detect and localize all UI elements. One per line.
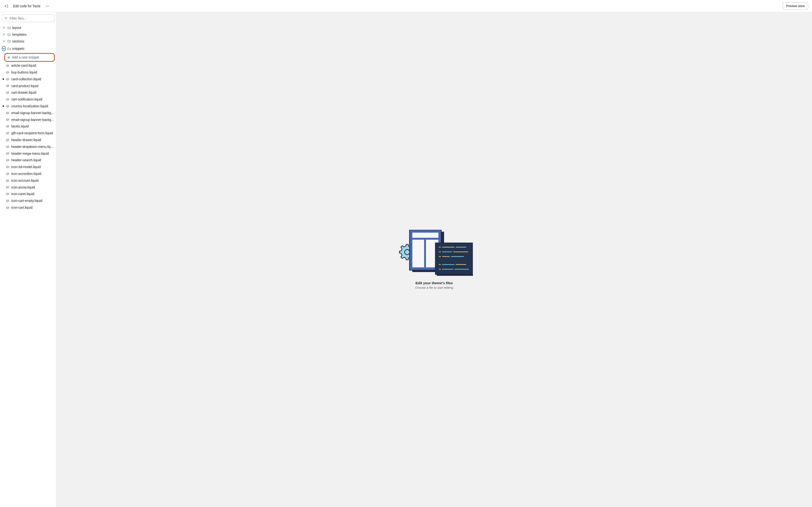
- file-label: icon-arrow.liquid: [11, 185, 35, 189]
- file-label: icon-caret.liquid: [11, 192, 34, 196]
- file-tree: layouttemplatessectionssnippetsAdd a new…: [0, 24, 56, 212]
- folder-label: sections: [12, 40, 24, 44]
- add-snippet-highlight: Add a new snippet: [4, 53, 55, 62]
- folder-icon: [7, 47, 11, 50]
- code-icon: [6, 131, 9, 135]
- svg-line-13: [7, 98, 8, 101]
- file-item[interactable]: header-dropdown-menu.liquid: [0, 144, 56, 150]
- file-item[interactable]: card-product.liquid: [0, 82, 56, 90]
- file-item[interactable]: gift-card-recipient-form.liquid: [0, 130, 56, 136]
- svg-line-15: [7, 112, 8, 114]
- code-icon: [6, 185, 9, 189]
- svg-line-26: [7, 186, 8, 188]
- file-item[interactable]: email-signup-banner-background.liq...: [0, 116, 56, 123]
- svg-point-1: [47, 6, 48, 6]
- header-bar: Edit code for Taste Preview store: [0, 0, 812, 12]
- svg-line-28: [7, 200, 8, 202]
- more-actions-button[interactable]: [45, 3, 50, 9]
- file-item[interactable]: country-localization.liquid: [0, 103, 56, 110]
- file-item[interactable]: email-signup-banner-background-m...: [0, 110, 56, 116]
- svg-rect-34: [412, 240, 424, 267]
- svg-line-18: [7, 132, 8, 134]
- file-label: header-mega-menu.liquid: [11, 152, 49, 156]
- code-icon: [6, 111, 9, 115]
- file-label: icon-account.liquid: [11, 179, 39, 183]
- file-item[interactable]: icon-accordion.liquid: [0, 170, 56, 177]
- code-icon: [6, 138, 9, 142]
- folder-icon: [7, 26, 11, 30]
- empty-state-subtitle: Choose a file to start editing: [415, 286, 453, 289]
- svg-point-30: [405, 249, 410, 255]
- chevron-right-icon[interactable]: [2, 26, 6, 30]
- chevron-down-icon[interactable]: [2, 46, 6, 51]
- modified-dot-icon: [3, 78, 4, 80]
- file-item[interactable]: buy-buttons.liquid: [0, 69, 56, 76]
- code-icon: [6, 125, 9, 128]
- add-new-snippet-button[interactable]: Add a new snippet: [5, 54, 54, 61]
- file-item[interactable]: facets.liquid: [0, 123, 56, 130]
- file-label: header-dropdown-menu.liquid: [11, 145, 55, 149]
- file-label: cart-notification.liquid: [11, 97, 42, 101]
- empty-state-illustration: [395, 230, 473, 277]
- file-item[interactable]: icon-caret.liquid: [0, 190, 56, 198]
- svg-line-12: [7, 92, 8, 94]
- editor-content: Edit your theme's files Choose a file to…: [56, 12, 812, 507]
- file-label: header-drawer.liquid: [11, 138, 41, 142]
- svg-point-0: [46, 6, 47, 6]
- file-item[interactable]: cart-drawer.liquid: [0, 89, 56, 96]
- svg-line-24: [7, 173, 8, 175]
- file-item[interactable]: header-mega-menu.liquid: [0, 150, 56, 157]
- empty-state-title: Edit your theme's files: [415, 281, 453, 285]
- filter-icon: [4, 16, 8, 20]
- code-icon: [6, 70, 9, 74]
- file-item[interactable]: cart-notification.liquid: [0, 96, 56, 103]
- code-icon: [6, 98, 9, 101]
- exit-icon: [4, 4, 8, 8]
- code-icon: [6, 192, 9, 196]
- file-label: header-search.liquid: [11, 158, 41, 162]
- file-label: icon-cart.liquid: [11, 206, 33, 210]
- file-label: email-signup-banner-background.liq...: [11, 118, 55, 122]
- preview-store-button[interactable]: Preview store: [782, 2, 808, 10]
- file-label: facets.liquid: [11, 124, 29, 128]
- code-icon: [6, 145, 9, 149]
- svg-line-20: [7, 146, 8, 148]
- add-snippet-label: Add a new snippet: [12, 55, 39, 59]
- file-item[interactable]: icon-cart.liquid: [0, 204, 56, 211]
- file-item[interactable]: icon-3d-model.liquid: [0, 164, 56, 170]
- code-icon: [6, 104, 9, 108]
- folder-label: templates: [12, 33, 27, 37]
- file-item[interactable]: card-collection.liquid: [0, 76, 56, 82]
- main-area: layouttemplatessectionssnippetsAdd a new…: [0, 12, 812, 507]
- file-item[interactable]: header-drawer.liquid: [0, 136, 56, 144]
- file-label: icon-accordion.liquid: [11, 172, 41, 176]
- folder-templates[interactable]: templates: [0, 31, 56, 38]
- svg-line-16: [7, 119, 8, 121]
- svg-line-22: [7, 159, 8, 161]
- file-label: article-card.liquid: [11, 64, 36, 68]
- header-left: Edit code for Taste: [4, 3, 50, 9]
- code-icon: [6, 118, 9, 122]
- folder-layout[interactable]: layout: [0, 24, 56, 31]
- folder-icon: [7, 33, 11, 36]
- svg-rect-38: [436, 243, 472, 274]
- filter-wrap: [0, 12, 56, 24]
- exit-button[interactable]: [4, 3, 9, 9]
- chevron-right-icon[interactable]: [2, 40, 6, 43]
- filter-input-wrapper[interactable]: [1, 14, 55, 22]
- svg-line-14: [7, 105, 8, 107]
- file-label: icon-3d-model.liquid: [11, 165, 41, 169]
- file-item[interactable]: icon-account.liquid: [0, 177, 56, 184]
- file-item[interactable]: icon-arrow.liquid: [0, 184, 56, 191]
- chevron-right-icon[interactable]: [2, 33, 6, 36]
- file-item[interactable]: article-card.liquid: [0, 62, 56, 69]
- modified-dot-icon: [3, 105, 4, 107]
- svg-line-19: [7, 139, 8, 141]
- folder-sections[interactable]: sections: [0, 38, 56, 45]
- folder-label: layout: [12, 26, 21, 30]
- filter-files-input[interactable]: [10, 16, 52, 20]
- file-item[interactable]: header-search.liquid: [0, 157, 56, 164]
- code-icon: [6, 64, 9, 68]
- folder-snippets[interactable]: snippets: [0, 45, 56, 53]
- file-item[interactable]: icon-cart-empty.liquid: [0, 198, 56, 204]
